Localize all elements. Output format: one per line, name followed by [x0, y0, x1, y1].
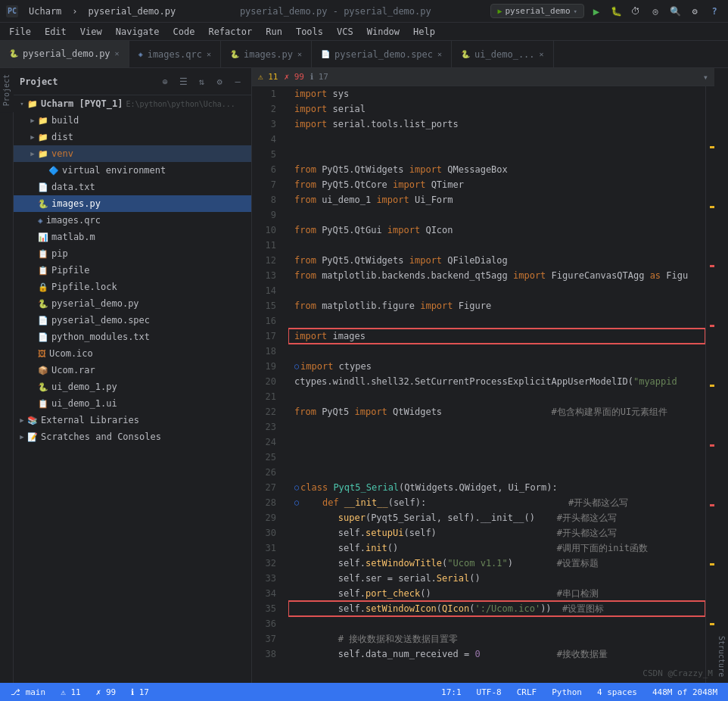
- status-line-sep[interactable]: CRLF: [512, 687, 542, 697]
- error-count-label[interactable]: ✗ 99: [285, 72, 305, 82]
- search-button[interactable]: 🔍: [667, 4, 683, 19]
- run-button[interactable]: ▶: [589, 4, 604, 19]
- expand-btn[interactable]: ▾: [703, 72, 708, 83]
- help-button[interactable]: ?: [707, 4, 722, 19]
- code-area[interactable]: import sysimport serialimport serial.too…: [288, 86, 705, 683]
- code-line-16[interactable]: [288, 313, 705, 329]
- code-line-1[interactable]: import sys: [288, 86, 705, 101]
- project-tab-label[interactable]: Project: [0, 68, 14, 112]
- tab-close-uidemo[interactable]: ✕: [540, 50, 544, 58]
- sidebar-item-venv[interactable]: ▶ 📁 venv: [14, 145, 251, 162]
- fold-indicator-27[interactable]: ○: [294, 480, 299, 495]
- code-line-17[interactable]: import images: [288, 329, 705, 344]
- code-line-15[interactable]: from matplotlib.figure import Figure: [288, 298, 705, 313]
- sidebar-item-root[interactable]: ▾ 📁 Ucharm [PYQT_1] E:\python\python\Uch…: [14, 95, 251, 112]
- status-indent[interactable]: 4 spaces: [593, 687, 642, 697]
- tab-images-py[interactable]: 🐍 images.py ✕: [221, 41, 312, 67]
- menu-help[interactable]: Help: [407, 25, 441, 39]
- sidebar-item-build[interactable]: ▶ 📁 build: [14, 112, 251, 129]
- code-line-26[interactable]: [288, 465, 705, 480]
- editor-scrollbar[interactable]: [705, 86, 714, 683]
- coverage-button[interactable]: ◎: [648, 4, 663, 19]
- status-hints[interactable]: ℹ 17: [126, 687, 154, 697]
- code-line-38[interactable]: self.data_num_received = 0 #接收数据量: [288, 646, 705, 662]
- code-line-7[interactable]: from PyQt5.QtCore import QTimer: [288, 177, 705, 192]
- structure-label[interactable]: Structure: [717, 636, 726, 677]
- hint-count-label[interactable]: ℹ 17: [310, 72, 328, 82]
- tab-close-images-qrc[interactable]: ✕: [207, 50, 211, 58]
- status-file-type[interactable]: Python: [547, 687, 586, 697]
- sidebar-item-pip[interactable]: 📋 pip: [14, 245, 251, 262]
- status-warnings[interactable]: ⚠ 11: [56, 687, 86, 697]
- tab-images-qrc[interactable]: ◈ images.qrc ✕: [129, 41, 221, 67]
- tab-close-pyserial[interactable]: ✕: [115, 49, 120, 58]
- sidebar-item-ext-libs[interactable]: ▶ 📚 External Libraries: [14, 412, 251, 428]
- code-line-11[interactable]: [288, 238, 705, 253]
- sidebar-item-data-txt[interactable]: 📄 data.txt: [14, 179, 251, 195]
- code-line-4[interactable]: [288, 132, 705, 147]
- sidebar-item-ucom-ico[interactable]: 🖼 Ucom.ico: [14, 345, 251, 362]
- fold-indicator-28[interactable]: ○: [294, 495, 299, 510]
- code-line-6[interactable]: from PyQt5.QtWidgets import QMessageBox: [288, 162, 705, 177]
- menu-vcs[interactable]: VCS: [331, 25, 359, 39]
- code-line-5[interactable]: [288, 147, 705, 162]
- code-line-3[interactable]: import serial.tools.list_ports: [288, 117, 705, 132]
- tab-close-spec[interactable]: ✕: [437, 50, 442, 58]
- code-line-24[interactable]: [288, 435, 705, 450]
- debug-button[interactable]: 🐛: [608, 4, 624, 19]
- sidebar-item-images-py[interactable]: 🐍 images.py: [14, 195, 251, 212]
- status-memory[interactable]: 448M of 2048M: [648, 687, 722, 697]
- code-line-33[interactable]: self.ser = serial.Serial(): [288, 571, 705, 586]
- code-line-9[interactable]: [288, 207, 705, 223]
- code-line-23[interactable]: [288, 419, 705, 435]
- sidebar-item-images-qrc[interactable]: ◈ images.qrc: [14, 212, 251, 229]
- code-line-19[interactable]: ○import ctypes: [288, 359, 705, 374]
- tab-ui-demo[interactable]: 🐍 ui_demo_... ✕: [452, 41, 554, 67]
- code-line-27[interactable]: ○class Pyqt5_Serial(QtWidgets.QWidget, U…: [288, 480, 705, 495]
- sidebar-add-btn[interactable]: ⊕: [157, 74, 173, 89]
- sidebar-item-dist[interactable]: ▶ 📁 dist: [14, 129, 251, 145]
- menu-run[interactable]: Run: [260, 25, 288, 39]
- code-line-20[interactable]: ctypes.windll.shell32.SetCurrentProcessE…: [288, 374, 705, 389]
- status-line-col[interactable]: 17:1: [437, 687, 466, 697]
- menu-edit[interactable]: Edit: [39, 25, 73, 39]
- menu-refactor[interactable]: Refactor: [202, 25, 258, 39]
- fold-indicator-19[interactable]: ○: [294, 359, 299, 374]
- sidebar-item-pipfile[interactable]: 📋 Pipfile: [14, 262, 251, 279]
- code-line-29[interactable]: super(Pyqt5_Serial, self).__init__() #开头…: [288, 510, 705, 525]
- warning-count-label[interactable]: ⚠ 11: [258, 72, 278, 82]
- code-line-14[interactable]: [288, 283, 705, 298]
- code-line-2[interactable]: import serial: [288, 101, 705, 117]
- sidebar-settings-btn[interactable]: ⚙: [212, 74, 227, 89]
- code-line-35[interactable]: self.setWindowIcon(QIcon(':/Ucom.ico')) …: [288, 601, 705, 616]
- menu-navigate[interactable]: Navigate: [110, 25, 166, 39]
- code-line-22[interactable]: from PyQt5 import QtWidgets #包含构建界面的UI元素…: [288, 404, 705, 419]
- sidebar-item-scratches[interactable]: ▶ 📝 Scratches and Consoles: [14, 428, 251, 445]
- tab-pyserial-spec[interactable]: 📄 pyserial_demo.spec ✕: [312, 41, 452, 67]
- run-config-selector[interactable]: ▶ pyserial_demo ▾: [490, 4, 584, 18]
- code-line-34[interactable]: self.port_check() #串口检测: [288, 586, 705, 601]
- code-line-32[interactable]: self.setWindowTitle("Ucom v1.1") #设置标题: [288, 556, 705, 571]
- status-git[interactable]: ⎇ main: [6, 687, 50, 697]
- profile-button[interactable]: ⏱: [628, 4, 643, 19]
- menu-window[interactable]: Window: [361, 25, 406, 39]
- status-encoding[interactable]: UTF-8: [472, 687, 506, 697]
- code-line-37[interactable]: # 接收数据和发送数据目置零: [288, 631, 705, 646]
- code-line-28[interactable]: ○ def __init__(self): #开头都这么写: [288, 495, 705, 510]
- code-line-21[interactable]: [288, 389, 705, 404]
- tab-pyserial-demo[interactable]: 🐍 pyserial_demo.py ✕: [0, 41, 129, 67]
- sidebar-item-venv-child[interactable]: 🔷 virtual environment: [14, 162, 251, 179]
- code-line-8[interactable]: from ui_demo_1 import Ui_Form: [288, 192, 705, 207]
- settings-button[interactable]: ⚙: [687, 4, 702, 19]
- code-line-12[interactable]: from PyQt5.QtWidgets import QFileDialog: [288, 253, 705, 268]
- menu-view[interactable]: View: [74, 25, 108, 39]
- code-line-18[interactable]: [288, 344, 705, 359]
- code-line-10[interactable]: from PyQt5.QtGui import QIcon: [288, 223, 705, 238]
- sidebar-item-matlab[interactable]: 📊 matlab.m: [14, 229, 251, 245]
- code-line-13[interactable]: from matplotlib.backends.backend_qt5agg …: [288, 268, 705, 283]
- sidebar-collapse-btn[interactable]: ☰: [176, 74, 191, 89]
- sidebar-item-ui-demo-ui[interactable]: 📋 ui_demo_1.ui: [14, 395, 251, 412]
- sidebar-item-ui-demo-py[interactable]: 🐍 ui_demo_1.py: [14, 379, 251, 395]
- menu-tools[interactable]: Tools: [290, 25, 329, 39]
- code-line-25[interactable]: [288, 450, 705, 465]
